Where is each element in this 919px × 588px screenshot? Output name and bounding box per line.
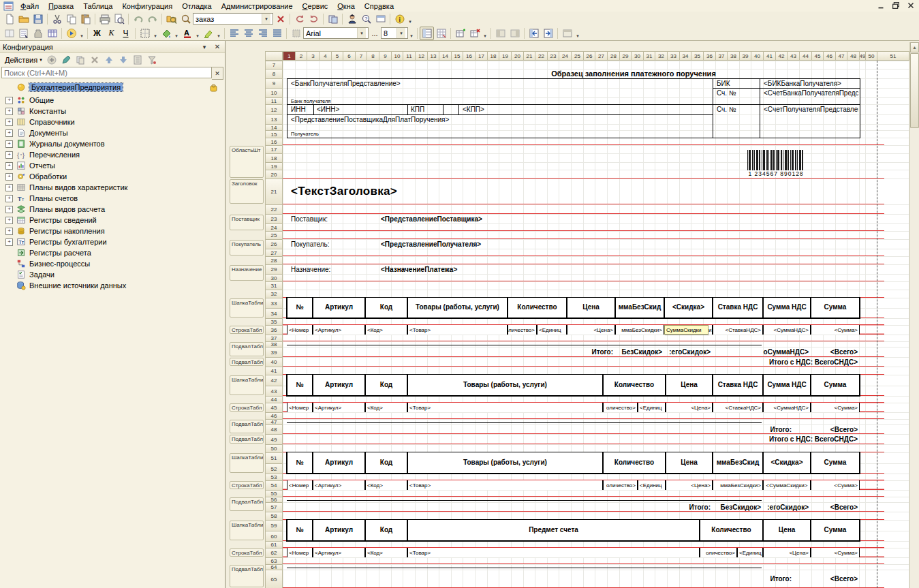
column-header[interactable]: 45 [811, 51, 824, 61]
font-name-combo[interactable]: Arial▾ [303, 27, 369, 39]
row-header[interactable]: 60 [265, 531, 283, 542]
fix-left-icon[interactable] [527, 27, 541, 40]
sheet-cell[interactable]: <Цена> [763, 548, 811, 557]
sheet-cell[interactable]: <ИНН> [315, 104, 404, 114]
tree-item[interactable]: +ТтРегистры бухгалтерии [0, 236, 225, 247]
sheet-cell[interactable]: оличество> [508, 325, 537, 335]
sheet-cell[interactable]: Ставка НДС [713, 374, 763, 396]
play-icon[interactable] [64, 27, 78, 40]
overflow-arrow-icon[interactable]: ▾ [408, 28, 415, 39]
sheet-cell[interactable]: <Скидка> [763, 452, 811, 474]
message-box-icon[interactable] [373, 12, 388, 26]
sheet-cell[interactable]: Цена [567, 297, 615, 318]
highlight-pen-icon[interactable] [201, 27, 215, 40]
redo-icon[interactable] [145, 12, 159, 26]
row-header[interactable]: 22 [265, 204, 283, 215]
row-header[interactable]: 48 [265, 424, 283, 435]
row-header[interactable]: 23 [265, 214, 283, 224]
sheet-cell[interactable]: Сумма [811, 519, 860, 541]
expand-icon[interactable]: + [5, 162, 13, 170]
column-header[interactable]: 23 [547, 51, 559, 61]
row-header[interactable]: 51 [265, 452, 283, 464]
sheet-cell[interactable]: <Единиц [737, 548, 763, 557]
column-header[interactable]: 9 [379, 51, 392, 61]
sheet-cell[interactable]: Предмет счета [407, 519, 700, 541]
sheet-cell[interactable]: <Номер [287, 548, 313, 557]
vertical-scrollbar[interactable]: ▲ [909, 42, 919, 588]
column-header[interactable]: 32 [655, 51, 668, 61]
sheet-cell[interactable]: Итого: [579, 502, 713, 512]
clear-search-icon[interactable]: ✕ [212, 67, 223, 80]
expand-icon[interactable]: + [5, 206, 13, 213]
sheet-cell[interactable]: оличество> [700, 548, 737, 557]
font-more-button[interactable]: ... [369, 27, 381, 40]
open-folder-icon[interactable] [16, 12, 31, 26]
up-icon[interactable] [102, 53, 116, 67]
help-magnifier-icon[interactable]: ? [359, 12, 373, 26]
sheet-cell[interactable]: Образец заполнения платежного поручения [407, 69, 860, 78]
dropdown-arrow-icon[interactable]: ▾ [78, 28, 85, 39]
column-header[interactable]: 51 [877, 51, 909, 61]
font-dropdown-icon[interactable]: ▾ [357, 28, 366, 38]
sheet-cell[interactable]: <Всего> [811, 347, 860, 357]
tree-item[interactable]: +{}Перечисления [0, 149, 225, 160]
sheet-cell[interactable]: Артикул [313, 519, 365, 541]
region-label[interactable]: ШапкаТабли [230, 453, 264, 473]
expand-icon[interactable]: + [5, 108, 13, 115]
column-header[interactable]: 37 [715, 51, 728, 61]
column-header[interactable]: 17 [475, 51, 488, 61]
region-label[interactable]: ПодвалТабл [230, 342, 264, 356]
column-header[interactable]: 8 [367, 51, 379, 61]
column-header[interactable]: 39 [739, 51, 751, 61]
expand-icon[interactable]: + [5, 184, 13, 191]
sheet-cell[interactable]: <Сумма> [811, 325, 860, 335]
expand-icon[interactable]: + [5, 195, 13, 202]
row-header[interactable]: 21 [265, 179, 283, 205]
menu-item[interactable]: Окна [332, 1, 360, 11]
sheet-cell[interactable]: № [287, 452, 313, 474]
pin-icon[interactable]: ▾ [200, 42, 209, 51]
sheet-cell[interactable]: Итого: [613, 570, 794, 588]
column-header[interactable]: 18 [487, 51, 499, 61]
tree-item[interactable]: +Обработки [0, 171, 225, 182]
sheet-cell[interactable]: Поставщик: [290, 214, 378, 223]
sheet-cell[interactable]: № [287, 374, 313, 396]
row-header[interactable]: 62 [265, 548, 283, 558]
sheet-cell[interactable]: <Код> [365, 403, 407, 412]
sheet-cell[interactable]: ммаБезСкидки> [615, 325, 664, 335]
sheet-cell[interactable]: оличество> [603, 403, 638, 412]
info-circle-icon[interactable]: i [392, 12, 407, 26]
tree-item[interactable]: +Журналы документов [0, 138, 225, 149]
sheet-cell[interactable]: <Цена> [666, 403, 713, 412]
tree-item[interactable]: +Константы [0, 106, 225, 117]
column-header[interactable]: 27 [595, 51, 608, 61]
merge-cells-icon[interactable] [2, 27, 16, 40]
font-color-icon[interactable]: A [180, 27, 194, 40]
column-header[interactable]: 16 [463, 51, 476, 61]
region-label[interactable]: ПодвалТабл [230, 435, 264, 444]
actions-button[interactable]: Действия ▾ [2, 55, 45, 65]
column-header[interactable]: 41 [763, 51, 776, 61]
expand-icon[interactable]: + [5, 238, 13, 246]
save-icon[interactable] [31, 12, 45, 26]
region-label[interactable]: Назначение [230, 265, 264, 281]
sheet-cell[interactable]: Количество [508, 297, 567, 318]
tree-item[interactable]: Регистры расчета [0, 247, 225, 258]
scrollbar-thumb[interactable] [910, 53, 919, 128]
sheet-cell[interactable]: <Сумма> [811, 403, 860, 412]
dropdown-arrow-icon[interactable]: ▾ [574, 28, 581, 39]
sheet-cell[interactable]: <СтавкаНДС> [713, 325, 763, 335]
dropdown-arrow-icon[interactable]: ▾ [215, 28, 222, 39]
sheet-cell[interactable]: :егоСкидок> [664, 347, 713, 357]
sheet-cell[interactable]: <СуммаНДС> [763, 325, 811, 335]
tree-search-input[interactable] [1, 67, 212, 78]
sheet-cell[interactable]: <Всего> [811, 570, 860, 588]
toggle-headers-icon[interactable] [420, 27, 434, 40]
row-header[interactable]: 10 [265, 88, 283, 98]
font-size-combo[interactable]: 8▾ [381, 27, 408, 39]
dropdown-arrow-icon[interactable]: ▾ [152, 28, 159, 39]
restore-button[interactable] [891, 1, 901, 10]
sheet-cell[interactable]: Количество [603, 374, 666, 396]
sheet-cell[interactable]: <НазначениеПлатежа> [379, 264, 681, 274]
minimize-button[interactable] [876, 1, 886, 10]
